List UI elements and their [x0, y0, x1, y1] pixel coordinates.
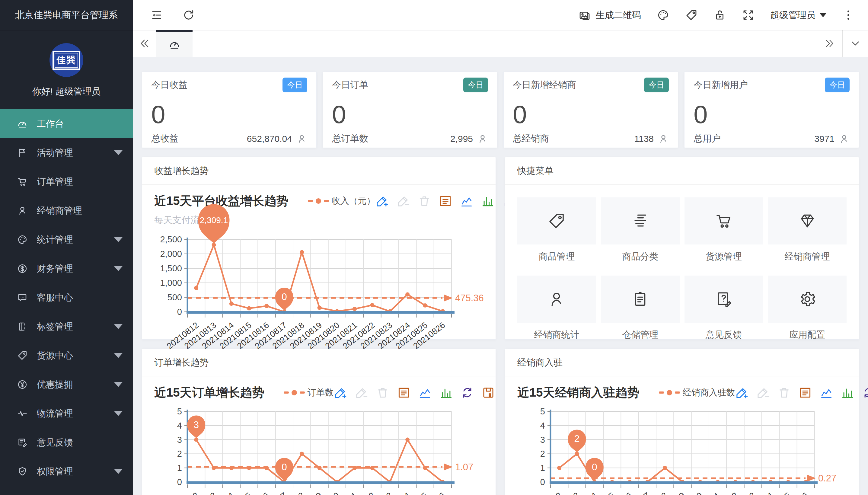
svg-text:5: 5: [177, 407, 182, 416]
edit-remove-icon[interactable]: [355, 386, 368, 399]
legend-marker-icon: [659, 391, 664, 394]
status-badge: 今日: [825, 78, 850, 92]
orders-legend[interactable]: 订单数: [284, 387, 334, 399]
sidebar-item-5[interactable]: 财务管理: [0, 254, 133, 283]
quick-menu-tile[interactable]: [684, 198, 763, 244]
save-image-icon[interactable]: [482, 386, 495, 399]
stat-card-title: 今日新增经销商: [513, 79, 576, 91]
sidebar-item-9[interactable]: 优惠提拥: [0, 370, 133, 399]
svg-text:20210823: 20210823: [359, 491, 394, 495]
edit-remove-icon[interactable]: [756, 386, 769, 399]
svg-text:20210815: 20210815: [581, 491, 616, 495]
data-view-icon[interactable]: [799, 386, 812, 399]
chevron-down-icon: [114, 411, 123, 416]
line-chart-toggle-icon[interactable]: [460, 194, 473, 208]
line-chart-toggle-icon[interactable]: [820, 386, 833, 399]
lock-screen-button[interactable]: [713, 9, 726, 21]
data-view-icon[interactable]: [397, 386, 411, 399]
chevron-down-icon: [114, 469, 123, 474]
clear-icon[interactable]: [778, 386, 791, 399]
quick-menu-tile[interactable]: [601, 276, 680, 323]
sidebar-item-2[interactable]: 订单管理: [0, 167, 133, 196]
data-view-icon[interactable]: [439, 194, 452, 208]
svg-text:0: 0: [177, 307, 182, 317]
orders-line-chart: 1.07012345202108122021081320210814202108…: [154, 403, 484, 495]
collapse-sidebar-icon: [150, 9, 163, 21]
edit-remove-icon[interactable]: [397, 194, 410, 208]
svg-text:500: 500: [168, 292, 182, 302]
generate-qrcode-button[interactable]: 生成二维码: [578, 9, 641, 21]
sidebar-item-3[interactable]: 经销商管理: [0, 196, 133, 225]
theme-palette-button[interactable]: [657, 9, 670, 21]
stat-card-title: 今日订单: [332, 79, 368, 91]
quick-menu-tile[interactable]: [601, 198, 680, 244]
legend-marker-icon: [300, 391, 305, 394]
tab-options-button[interactable]: [843, 30, 868, 57]
dealers-legend[interactable]: 经销商入驻数: [659, 387, 735, 399]
svg-text:20210821: 20210821: [687, 491, 722, 495]
sidebar-item-10[interactable]: 物流管理: [0, 399, 133, 428]
sidebar-item-label: 权限管理: [37, 465, 73, 478]
status-badge: 今日: [644, 78, 669, 92]
orders-panel: 订单增长趋势 近15天订单增长趋势 订单数 1.0701234520210812…: [142, 348, 496, 495]
quick-menu-item-6: 意见反馈: [684, 276, 763, 341]
bar-chart-toggle-icon[interactable]: [481, 194, 494, 208]
sidebar-item-label: 活动管理: [37, 147, 73, 159]
quick-menu-tile[interactable]: [517, 198, 596, 244]
svg-text:1,500: 1,500: [160, 263, 182, 273]
bar-chart-toggle-icon[interactable]: [439, 386, 453, 399]
tag-icon: [547, 211, 566, 230]
sidebar-item-1[interactable]: 活动管理: [0, 138, 133, 167]
sidebar-item-label: 订单管理: [37, 176, 73, 188]
line-chart-toggle-icon[interactable]: [418, 386, 432, 399]
sidebar: 北京佳巽电商平台管理系 佳巽 你好! 超级管理员 工作台活动管理订单管理经销商管…: [0, 0, 133, 495]
scroll-tabs-left-button[interactable]: [133, 30, 156, 57]
refresh-button[interactable]: [182, 9, 195, 21]
main-area: 生成二维码 超级管理员 今日收益今日0总收益652: [133, 0, 868, 495]
tag-button[interactable]: [685, 9, 698, 21]
svg-text:20210814: 20210814: [563, 491, 598, 495]
quick-menu-label: 经销商管理: [768, 251, 847, 263]
revenue-legend[interactable]: 收入（元）: [308, 195, 376, 207]
user-name: 超级管理员: [770, 9, 815, 21]
svg-text:4: 4: [540, 421, 545, 430]
tab-dashboard[interactable]: [156, 30, 193, 57]
clear-icon[interactable]: [376, 386, 389, 399]
quick-menu-tile[interactable]: [768, 198, 847, 244]
svg-text:20210822: 20210822: [704, 491, 740, 495]
sidebar-item-12[interactable]: 权限管理: [0, 457, 133, 486]
stat-card-1: 今日订单今日0总订单数2,995: [323, 71, 497, 148]
sidebar-item-0[interactable]: 工作台: [0, 109, 133, 138]
fullscreen-button[interactable]: [742, 9, 754, 21]
more-options-button[interactable]: [842, 9, 855, 21]
orders-chart-title: 近15天订单增长趋势: [154, 384, 264, 401]
edit-add-icon[interactable]: [334, 386, 347, 399]
sidebar-item-7[interactable]: 标签管理: [0, 312, 133, 341]
quick-menu-tile[interactable]: [684, 276, 763, 323]
stat-total-value: 2,995: [450, 134, 473, 144]
scroll-tabs-right-button[interactable]: [817, 30, 843, 57]
sidebar-item-4[interactable]: 统计管理: [0, 225, 133, 254]
svg-text:2,309.1: 2,309.1: [200, 216, 228, 225]
clear-icon[interactable]: [418, 194, 431, 208]
collapse-menu-button[interactable]: [150, 9, 163, 21]
quick-menu-tile[interactable]: [517, 276, 596, 323]
sidebar-item-6[interactable]: 客服中心: [0, 283, 133, 312]
legend-marker-icon: [292, 390, 297, 395]
restore-icon[interactable]: [862, 386, 868, 399]
stat-card-title: 今日收益: [151, 79, 187, 91]
sidebar-item-13[interactable]: 系统管理: [0, 486, 133, 495]
edit-add-icon[interactable]: [735, 386, 748, 399]
revenue-chart: 475.3605001,0001,5002,0002,5002021081220…: [154, 229, 484, 340]
bar-chart-toggle-icon[interactable]: [841, 386, 854, 399]
stat-card-value: 0: [151, 101, 307, 128]
revenue-section-title: 收益增长趋势: [142, 157, 496, 185]
edit-add-icon[interactable]: [376, 194, 389, 208]
quick-menu-tile[interactable]: [768, 276, 847, 323]
svg-text:1: 1: [540, 463, 545, 473]
user-menu[interactable]: 超级管理员: [770, 9, 826, 21]
restore-icon[interactable]: [461, 386, 474, 399]
sidebar-item-8[interactable]: 货源中心: [0, 341, 133, 370]
sidebar-item-label: 工作台: [37, 118, 64, 130]
sidebar-item-11[interactable]: 意见反馈: [0, 428, 133, 457]
